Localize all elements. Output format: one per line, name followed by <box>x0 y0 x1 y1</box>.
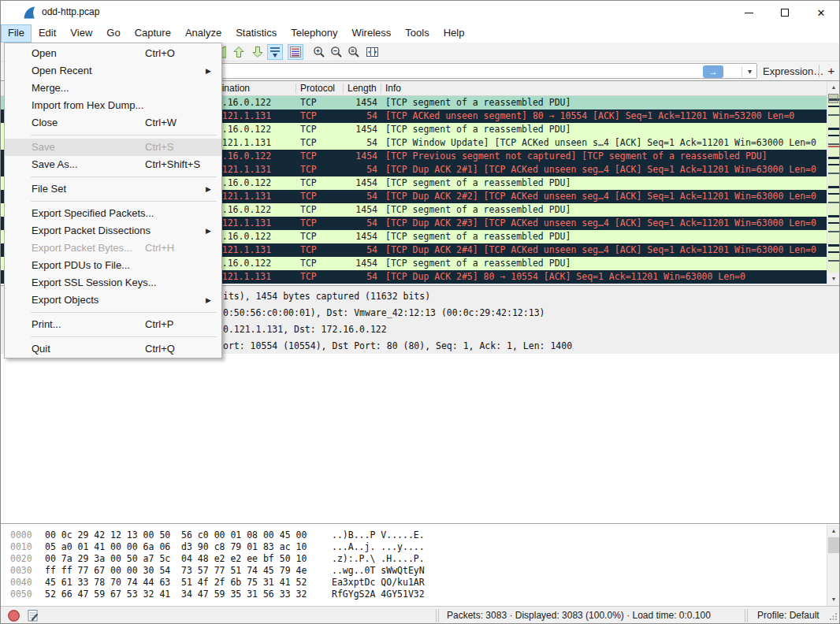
hex-row[interactable]: 002000 7a 29 3a 00 50 a7 5c 04 48 e2 e2 … <box>1 553 827 565</box>
menu-item-export-packet-bytes: Export Packet Bytes...Ctrl+H <box>5 240 221 257</box>
submenu-arrow-icon: ▶ <box>206 292 211 309</box>
menu-item-export-specified-packets[interactable]: Export Specified Packets... <box>5 205 221 222</box>
go-last-packet-icon[interactable] <box>250 44 266 60</box>
cell-length: 54 <box>340 270 377 284</box>
add-filter-button[interactable]: + <box>825 63 838 79</box>
menu-tools[interactable]: Tools <box>398 24 436 43</box>
menu-item-save: SaveCtrl+S <box>5 139 221 156</box>
expression-button[interactable]: Expression… <box>763 65 823 77</box>
zoom-out-icon[interactable] <box>329 44 344 60</box>
scroll-up-icon[interactable]: ▲ <box>827 81 839 94</box>
menu-go[interactable]: Go <box>99 24 127 43</box>
menu-item-label: Export SSL Session Keys... <box>32 274 156 292</box>
dropdown-caret-icon[interactable]: ▾ <box>742 66 752 77</box>
hex-scrollbar[interactable]: ▲ ▼ <box>827 525 839 607</box>
detail-tree-row[interactable]: ort: 10554 (10554), Dst Port: 80 (80), S… <box>223 338 572 355</box>
minimap-mark <box>828 146 839 147</box>
menu-item-print[interactable]: Print...Ctrl+P <box>5 316 221 333</box>
zoom-in-icon[interactable] <box>311 44 327 60</box>
wireshark-window: odd-http.pcap ✕ FileEditViewGoCaptureAna… <box>0 0 840 624</box>
maximize-icon[interactable] <box>767 1 803 24</box>
menu-item-open-recent[interactable]: Open Recent▶ <box>5 62 221 80</box>
menu-item-shortcut: Ctrl+Q <box>145 340 175 358</box>
go-first-packet-icon[interactable] <box>231 44 247 60</box>
hex-row[interactable]: 001005 a0 01 41 00 00 6a 06 d3 90 c8 79 … <box>1 541 827 553</box>
minimize-icon[interactable] <box>730 1 767 24</box>
menu-file[interactable]: File <box>1 24 32 43</box>
menu-item-export-ssl-session-keys[interactable]: Export SSL Session Keys... <box>5 274 221 292</box>
submenu-arrow-icon: ▶ <box>206 222 211 240</box>
scroll-down-icon[interactable]: ▼ <box>827 593 840 606</box>
cell-info: [TCP Dup ACK 2#3] [TCP ACKed unseen seg…… <box>385 217 827 230</box>
detail-tree-row[interactable]: its), 1454 bytes captured (11632 bits) <box>223 288 430 305</box>
cell-info: [TCP segment of a reassembled PDU] <box>385 96 827 110</box>
detail-tree-row[interactable]: 0:50:56:c0:00:01), Dst: Vmware_42:12:13 … <box>223 305 545 321</box>
menu-statistics[interactable]: Statistics <box>229 24 284 43</box>
menu-item-merge[interactable]: Merge... <box>5 80 221 97</box>
detail-tree-row[interactable]: 0.121.1.131, Dst: 172.16.0.122 <box>223 321 387 338</box>
packet-counts-text: Packets: 3083 · Displayed: 3083 (100.0%)… <box>447 610 711 621</box>
menu-item-label: Save <box>32 139 55 156</box>
menu-item-label: Open Recent <box>32 62 92 80</box>
hex-offset: 0020 <box>10 553 32 565</box>
menu-item-import-from-hex-dump[interactable]: Import from Hex Dump... <box>5 97 221 114</box>
menu-item-label: Open <box>32 45 57 62</box>
menu-telephony[interactable]: Telephony <box>284 24 344 43</box>
hex-row[interactable]: 005052 66 47 59 67 53 32 41 34 47 59 35 … <box>1 589 827 600</box>
column-header-protocol[interactable]: Protocol <box>300 83 335 94</box>
hex-ascii: RfGYgS2A 4GY51V32 <box>332 589 425 600</box>
expert-info-icon[interactable] <box>7 609 20 622</box>
cell-length: 54 <box>340 217 377 230</box>
menu-item-label: File Set <box>32 180 66 198</box>
scroll-down-icon[interactable]: ▼ <box>827 273 839 285</box>
hex-bytes: 45 61 33 78 70 74 44 63 51 4f 2f 6b 75 3… <box>45 577 307 589</box>
menu-item-export-pdus-to-file[interactable]: Export PDUs to File... <box>5 257 221 274</box>
menu-item-export-packet-dissections[interactable]: Export Packet Dissections▶ <box>5 222 221 240</box>
submenu-arrow-icon: ▶ <box>206 62 211 80</box>
menu-view[interactable]: View <box>63 24 99 43</box>
capture-comment-icon[interactable] <box>26 609 39 622</box>
menu-analyze[interactable]: Analyze <box>178 24 229 43</box>
menu-item-close[interactable]: CloseCtrl+W <box>5 114 221 132</box>
menu-item-shortcut: Ctrl+P <box>145 316 173 333</box>
menu-item-label: Export Objects <box>32 292 98 309</box>
menu-capture[interactable]: Capture <box>128 24 178 43</box>
menu-item-shortcut: Ctrl+W <box>145 114 177 132</box>
apply-filter-icon[interactable]: → <box>703 65 723 78</box>
zoom-reset-icon[interactable] <box>346 44 362 60</box>
minimap-viewport[interactable] <box>828 94 838 103</box>
hex-ascii: .z):.P.\ .H....P. <box>332 553 425 565</box>
hex-offset: 0010 <box>10 541 32 553</box>
resize-columns-icon[interactable] <box>364 44 380 60</box>
menu-wireless[interactable]: Wireless <box>344 24 398 43</box>
hex-offset: 0000 <box>10 529 32 541</box>
intelligent-scrollbar-minimap[interactable] <box>828 94 839 273</box>
scroll-thumb[interactable] <box>828 537 839 553</box>
menu-item-label: Quit <box>32 340 50 358</box>
menu-help[interactable]: Help <box>437 24 472 43</box>
colorize-icon[interactable] <box>288 44 303 60</box>
cell-length: 1454 <box>340 230 377 243</box>
packet-list-scrollbar[interactable]: ▲ ▼ <box>827 81 839 285</box>
hex-row[interactable]: 0030ff ff 77 67 00 00 30 54 73 57 77 51 … <box>1 565 827 577</box>
cell-protocol: TCP <box>300 230 317 243</box>
menu-item-open[interactable]: OpenCtrl+O <box>5 45 221 62</box>
resize-grip[interactable] <box>829 612 838 623</box>
menu-item-save-as[interactable]: Save As...Ctrl+Shift+S <box>5 156 221 173</box>
menu-edit[interactable]: Edit <box>32 24 63 43</box>
menu-item-export-objects[interactable]: Export Objects▶ <box>5 292 221 309</box>
column-header-info[interactable]: Info <box>385 83 401 94</box>
hex-row[interactable]: 004045 61 33 78 70 74 44 63 51 4f 2f 6b … <box>1 577 827 589</box>
hex-offset: 0030 <box>10 565 32 577</box>
menu-item-quit[interactable]: QuitCtrl+Q <box>5 340 221 358</box>
cell-info: [TCP segment of a reassembled PDU] <box>385 176 827 190</box>
profile-button[interactable]: Profile: Default <box>757 610 820 621</box>
menu-item-label: Export Packet Bytes... <box>32 240 132 257</box>
column-header-length[interactable]: Length <box>348 83 377 94</box>
close-icon[interactable]: ✕ <box>803 1 839 24</box>
auto-scroll-icon[interactable] <box>267 44 283 60</box>
hex-row[interactable]: 000000 0c 29 42 12 13 00 50 56 c0 00 01 … <box>1 529 827 541</box>
menu-item-file-set[interactable]: File Set▶ <box>5 180 221 198</box>
cell-info: [TCP Dup ACK 2#4] [TCP ACKed unseen seg…… <box>385 243 827 257</box>
scroll-up-icon[interactable]: ▲ <box>827 525 840 537</box>
